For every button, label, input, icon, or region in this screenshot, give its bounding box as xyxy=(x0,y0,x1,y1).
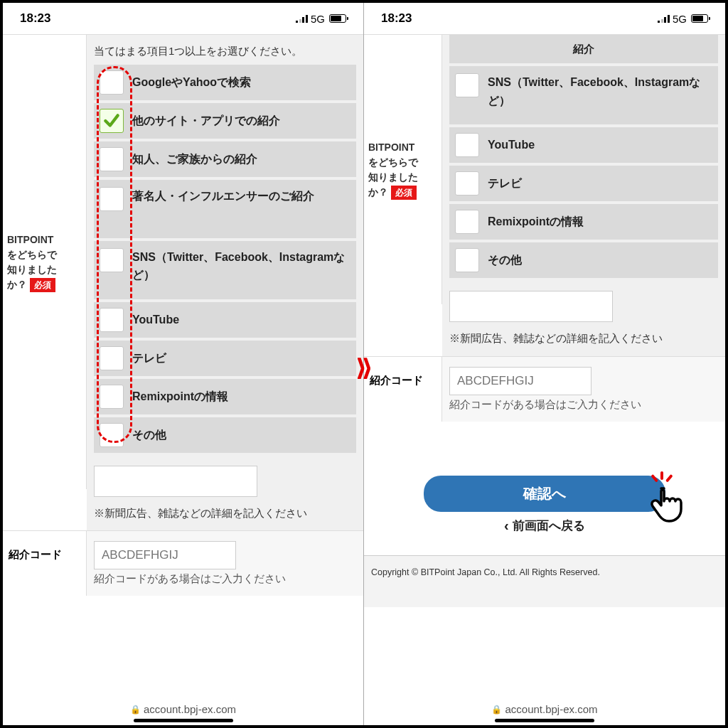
checkbox[interactable] xyxy=(455,73,479,97)
checkbox[interactable] xyxy=(100,248,124,272)
option-row[interactable]: GoogleやYahooで検索 xyxy=(94,65,356,100)
referral-help: 紹介コードがある場合はご入力ください xyxy=(449,398,718,412)
required-badge: 必須 xyxy=(391,186,417,200)
option-row[interactable]: その他 xyxy=(449,242,718,278)
phone-right: 18:23 5G BITPOINT をどちらで 知りました か？ 必須 xyxy=(364,3,725,725)
confirm-button[interactable]: 確認へ xyxy=(424,476,665,512)
url-text: account.bpj-ex.com xyxy=(144,703,236,715)
footer-copyright: Copyright © BITPoint Japan Co., Ltd. All… xyxy=(364,555,725,608)
checkbox-checked[interactable] xyxy=(100,109,124,133)
detail-note: ※新聞広告、雑誌などの詳細を記入ください xyxy=(449,329,718,348)
question-label: BITPOINT をどちらで 知りました か？ 必須 xyxy=(3,34,87,489)
option-row[interactable]: YouTube xyxy=(449,127,718,163)
detail-note: ※新聞広告、雑誌などの詳細を記入ください xyxy=(94,504,356,523)
signal-icon xyxy=(296,15,308,23)
option-label: Remixpointの情報 xyxy=(488,213,712,231)
battery-icon xyxy=(691,14,708,23)
home-indicator xyxy=(495,719,594,722)
referral-label: 紹介コード xyxy=(3,531,87,596)
url-bar: 🔒 account.bpj-ex.com xyxy=(3,703,363,715)
network-label: 5G xyxy=(673,13,687,25)
status-bar: 18:23 5G xyxy=(3,3,363,34)
status-time: 18:23 xyxy=(381,11,412,26)
option-label: YouTube xyxy=(488,136,712,154)
option-row[interactable]: 他のサイト・アプリでの紹介 xyxy=(94,103,356,139)
option-row[interactable]: テレビ xyxy=(449,166,718,201)
checkbox[interactable] xyxy=(455,248,479,272)
option-row[interactable]: Remixpointの情報 xyxy=(449,204,718,240)
option-row[interactable]: その他 xyxy=(94,417,356,453)
option-label: Remixpointの情報 xyxy=(132,387,350,406)
option-row-partial[interactable]: 紹介 xyxy=(449,35,718,63)
url-text: account.bpj-ex.com xyxy=(505,703,597,715)
option-label: 紹介 xyxy=(573,41,594,58)
url-bar: 🔒 account.bpj-ex.com xyxy=(364,703,725,715)
option-row[interactable]: YouTube xyxy=(94,302,356,338)
option-row[interactable]: 著名人・インフルエンサーのご紹介 xyxy=(94,180,356,238)
lock-icon: 🔒 xyxy=(130,705,141,714)
checkbox[interactable] xyxy=(100,187,124,211)
phone-left: 18:23 5G BITPOINT をどちらで 知りました か？ 必須 xyxy=(3,3,364,725)
checkbox[interactable] xyxy=(100,385,124,409)
referral-help: 紹介コードがある場合はご入力ください xyxy=(94,572,356,586)
checkbox[interactable] xyxy=(100,346,124,370)
option-label: GoogleやYahooで検索 xyxy=(132,73,350,92)
signal-icon xyxy=(658,15,670,23)
checkbox[interactable] xyxy=(455,133,479,157)
instruction-text: 当てはまる項目1つ以上をお選びください。 xyxy=(94,42,356,60)
checkbox[interactable] xyxy=(100,308,124,332)
option-label: その他 xyxy=(132,426,350,444)
double-chevron-right-icon: » xyxy=(355,355,374,373)
option-label: YouTube xyxy=(132,311,350,329)
option-row[interactable]: テレビ xyxy=(94,341,356,376)
referral-input[interactable] xyxy=(94,541,236,569)
option-label: 知人、ご家族からの紹介 xyxy=(132,150,350,168)
checkbox[interactable] xyxy=(100,70,124,95)
checkbox[interactable] xyxy=(455,171,479,196)
question-label: BITPOINT をどちらで 知りました か？ 必須 xyxy=(364,34,442,304)
status-time: 18:23 xyxy=(20,11,50,26)
home-indicator xyxy=(134,719,233,722)
option-row[interactable]: SNS（Twitter、Facebook、Instagramなど） xyxy=(94,241,356,299)
pointer-hand-icon xyxy=(644,480,690,525)
option-row[interactable]: Remixpointの情報 xyxy=(94,379,356,414)
referral-label: 紹介コード xyxy=(364,357,442,422)
checkbox[interactable] xyxy=(100,147,124,171)
lock-icon: 🔒 xyxy=(491,705,502,714)
checkbox[interactable] xyxy=(100,423,124,447)
option-row[interactable]: SNS（Twitter、Facebook、Instagramなど） xyxy=(449,66,718,124)
option-label: 他のサイト・アプリでの紹介 xyxy=(132,112,350,130)
detail-input[interactable] xyxy=(94,466,257,497)
option-label: テレビ xyxy=(132,349,350,368)
referral-input[interactable] xyxy=(449,367,592,395)
status-bar: 18:23 5G xyxy=(364,3,725,34)
check-icon xyxy=(102,112,121,130)
network-label: 5G xyxy=(311,13,325,25)
option-label: 著名人・インフルエンサーのご紹介 xyxy=(132,187,350,205)
option-row[interactable]: 知人、ご家族からの紹介 xyxy=(94,141,356,177)
checkbox-list: GoogleやYahooで検索 他のサイト・アプリでの紹介 知人、ご家族から xyxy=(94,65,356,453)
click-annotation xyxy=(634,467,698,531)
option-label: SNS（Twitter、Facebook、Instagramなど） xyxy=(488,73,712,109)
option-label: テレビ xyxy=(488,174,712,193)
battery-icon xyxy=(329,14,346,23)
detail-input[interactable] xyxy=(449,291,613,322)
option-label: SNS（Twitter、Facebook、Instagramなど） xyxy=(132,248,350,284)
checkbox[interactable] xyxy=(455,210,479,234)
option-label: その他 xyxy=(488,251,712,269)
required-badge: 必須 xyxy=(30,278,55,292)
